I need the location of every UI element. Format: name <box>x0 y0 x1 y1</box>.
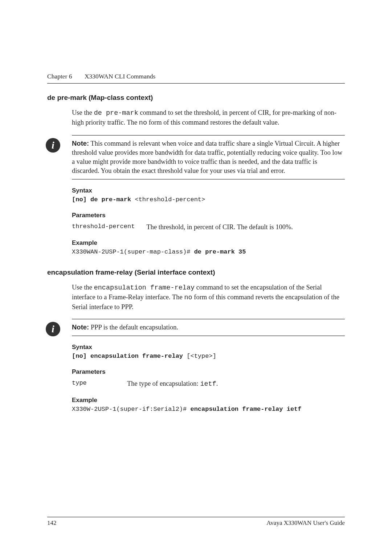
text: Use the <box>72 109 94 116</box>
syntax-bold: [no] de pre-mark <box>72 196 131 203</box>
syntax-heading: Syntax <box>72 187 345 195</box>
syntax-rest: <threshold-percent> <box>131 196 205 203</box>
note-rule-bottom <box>72 179 345 179</box>
note-text: Note: PPP is the default encapsulation. <box>72 323 345 332</box>
param-name: threshold-percent <box>72 223 135 232</box>
example-heading: Example <box>72 396 345 405</box>
example-line: X330WAN-2USP-1(super-map-class)# de pre-… <box>72 248 345 256</box>
note-body: PPP is the default encapsulation. <box>89 324 178 331</box>
sec2-note: i Note: PPP is the default encapsulation… <box>72 319 345 336</box>
param-row: type The type of encapsulation: ietf. <box>72 379 345 389</box>
sec2-intro: Use the encapsulation frame-relay comman… <box>72 283 345 312</box>
info-icon: i <box>46 138 60 153</box>
sec2-title: encapsulation frame-relay (Serial interf… <box>47 268 345 276</box>
sec1-note: i Note: This command is relevant when vo… <box>72 135 345 179</box>
page-header: Chapter 6 X330WAN CLI Commands <box>47 73 345 80</box>
note-label: Note: <box>72 323 89 331</box>
note-rule-bottom <box>72 336 345 336</box>
inline-cmd: no <box>184 294 192 301</box>
sec1-title: de pre-mark (Map-class context) <box>47 94 345 102</box>
note-rule-top <box>72 319 345 319</box>
text: . <box>216 380 218 387</box>
text: Use the <box>72 284 94 291</box>
example-line: X330W-2USP-1(super-if:Serial2)# encapsul… <box>72 405 345 414</box>
param-desc: The type of encapsulation: ietf. <box>127 379 218 389</box>
page-number: 142 <box>47 519 57 527</box>
example-heading: Example <box>72 239 345 247</box>
param-row: threshold-percent The threshold, in perc… <box>72 223 345 232</box>
example-prefix: X330W-2USP-1(super-if:Serial2)# <box>72 406 190 413</box>
guide-title: Avaya X330WAN User's Guide <box>266 519 345 527</box>
syntax-rest: [<type>] <box>183 353 216 360</box>
syntax-line: [no] encapsulation frame-relay [<type>] <box>72 352 345 361</box>
inline-cmd: no <box>139 119 147 127</box>
footer-rule <box>47 517 345 517</box>
param-desc: The threshold, in percent of CIR. The de… <box>146 223 293 232</box>
syntax-bold: [no] encapsulation frame-relay <box>72 353 183 360</box>
inline-cmd: de pre-mark <box>94 109 138 117</box>
syntax-line: [no] de pre-mark <threshold-percent> <box>72 196 345 204</box>
note-text: Note: This command is relevant when voic… <box>72 139 345 175</box>
chapter-title: X330WAN CLI Commands <box>85 73 155 80</box>
header-rule <box>47 83 345 84</box>
inline-cmd: encapsulation frame-relay <box>94 284 195 292</box>
note-label: Note: <box>72 139 89 147</box>
info-icon: i <box>46 322 60 336</box>
syntax-heading: Syntax <box>72 343 345 352</box>
inline-mono: ietf <box>200 380 216 388</box>
chapter-number: Chapter 6 <box>47 73 72 80</box>
example-prefix: X330WAN-2USP-1(super-map-class)# <box>72 248 194 255</box>
page-footer: 142 Avaya X330WAN User's Guide <box>47 514 345 527</box>
param-name: type <box>72 379 115 389</box>
note-body: This command is relevant when voice and … <box>72 140 342 174</box>
parameters-heading: Parameters <box>72 211 345 220</box>
sec1-intro: Use the de pre-mark command to set the t… <box>72 108 345 128</box>
example-bold: de pre-mark 35 <box>194 248 246 255</box>
text: form of this command restores the defaul… <box>147 119 279 126</box>
parameters-heading: Parameters <box>72 368 345 376</box>
example-bold: encapsulation frame-relay ietf <box>190 406 301 413</box>
note-rule-top <box>72 135 345 135</box>
text: The type of encapsulation: <box>127 380 200 387</box>
